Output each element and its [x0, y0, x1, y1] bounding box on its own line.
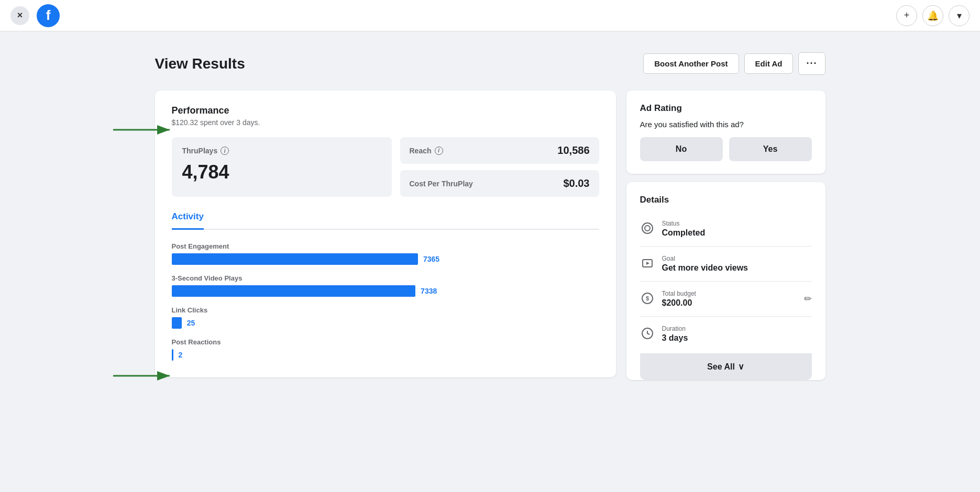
- close-button[interactable]: ×: [10, 6, 29, 25]
- header-actions: Boost Another Post Edit Ad ···: [643, 52, 825, 75]
- more-options-button[interactable]: ···: [798, 52, 825, 75]
- goal-label: Goal: [662, 255, 812, 262]
- svg-point-5: [645, 226, 650, 231]
- cost-value: $0.03: [563, 177, 589, 189]
- goal-value: Get more video views: [662, 263, 812, 273]
- see-all-button[interactable]: See All ∨: [640, 353, 812, 380]
- details-title: Details: [640, 195, 812, 205]
- duration-label: Duration: [662, 325, 812, 332]
- boost-another-post-button[interactable]: Boost Another Post: [643, 53, 739, 74]
- duration-icon: [640, 326, 655, 341]
- budget-edit-icon[interactable]: ✏: [804, 293, 812, 305]
- performance-title: Performance: [172, 105, 599, 116]
- goal-row: Goal Get more video views: [640, 247, 812, 282]
- ad-rating-question: Are you satisfied with this ad?: [640, 120, 812, 129]
- yes-button[interactable]: Yes: [729, 137, 812, 161]
- duration-value: 3 days: [662, 333, 812, 343]
- bar-fill: [172, 349, 173, 361]
- bar-label: Post Reactions: [172, 338, 599, 346]
- performance-subtitle: $120.32 spent over 3 days.: [172, 118, 599, 127]
- metrics-row: ThruPlays i 4,784 Reach i 10,586 Cost: [172, 137, 599, 197]
- thruplay-info-icon[interactable]: i: [221, 147, 229, 155]
- bar-row: 7338: [172, 285, 599, 297]
- page-title: View Results: [155, 55, 245, 72]
- topbar-right: + 🔔 ▾: [896, 5, 970, 26]
- status-value: Completed: [662, 228, 812, 238]
- ad-rating-card: Ad Rating Are you satisfied with this ad…: [626, 91, 825, 174]
- rating-buttons: No Yes: [640, 137, 812, 161]
- notifications-button[interactable]: 🔔: [922, 5, 943, 26]
- bar-row: 7365: [172, 253, 599, 265]
- account-dropdown-button[interactable]: ▾: [949, 5, 970, 26]
- bar-item: Link Clicks25: [172, 306, 599, 329]
- topbar: × f + 🔔 ▾: [0, 0, 980, 31]
- svg-text:$: $: [645, 295, 648, 301]
- duration-row: Duration 3 days: [640, 317, 812, 351]
- status-content: Status Completed: [662, 220, 812, 238]
- edit-ad-button[interactable]: Edit Ad: [744, 53, 794, 74]
- svg-point-4: [642, 223, 653, 233]
- bar-row: 25: [172, 317, 599, 329]
- header-row: View Results Boost Another Post Edit Ad …: [155, 52, 825, 75]
- see-all-label: See All: [707, 362, 735, 372]
- status-label: Status: [662, 220, 812, 227]
- status-icon: [640, 221, 655, 236]
- bar-value: 2: [179, 351, 183, 359]
- ad-rating-title: Ad Rating: [640, 103, 812, 114]
- arrow-annotation-bottom: [113, 368, 176, 384]
- no-button[interactable]: No: [640, 137, 723, 161]
- reach-info-icon[interactable]: i: [435, 147, 443, 155]
- activity-tab-container: Activity: [172, 211, 599, 230]
- bar-value: 25: [187, 319, 195, 327]
- bar-item: 3-Second Video Plays7338: [172, 274, 599, 297]
- status-row: Status Completed: [640, 211, 812, 247]
- bar-row: 2: [172, 349, 599, 361]
- bar-chart: Post Engagement73653-Second Video Plays7…: [172, 242, 599, 361]
- chevron-down-icon: ∨: [738, 362, 744, 372]
- cost-label: Cost Per ThruPlay: [410, 180, 473, 188]
- left-panel: Performance $120.32 spent over 3 days. T…: [155, 91, 616, 377]
- svg-marker-7: [646, 262, 649, 265]
- budget-content: Total budget $200.00 ✏: [662, 290, 812, 308]
- bar-label: Post Engagement: [172, 242, 599, 250]
- thruplay-card: ThruPlays i 4,784: [172, 137, 392, 197]
- budget-icon: $: [640, 291, 655, 306]
- reach-row: Reach i 10,586: [400, 137, 599, 164]
- bar-fill: [172, 317, 182, 329]
- goal-content: Goal Get more video views: [662, 255, 812, 273]
- bar-value: 7365: [423, 255, 439, 263]
- bar-label: 3-Second Video Plays: [172, 274, 599, 282]
- budget-value: $200.00: [662, 298, 696, 308]
- bar-fill: [172, 285, 416, 297]
- bar-item: Post Engagement7365: [172, 242, 599, 265]
- right-panel: Ad Rating Are you satisfied with this ad…: [626, 91, 825, 380]
- thruplay-value: 4,784: [182, 161, 381, 183]
- main-content: View Results Boost Another Post Edit Ad …: [124, 31, 857, 401]
- facebook-logo: f: [37, 4, 60, 27]
- columns: Performance $120.32 spent over 3 days. T…: [155, 91, 825, 380]
- topbar-left: × f: [10, 4, 60, 27]
- bar-item: Post Reactions2: [172, 338, 599, 361]
- cost-row: Cost Per ThruPlay $0.03: [400, 170, 599, 197]
- duration-content: Duration 3 days: [662, 325, 812, 343]
- arrow-annotation-top: [113, 122, 176, 138]
- details-card: Details Status Completed: [626, 182, 825, 380]
- reach-label: Reach i: [410, 147, 443, 155]
- add-button[interactable]: +: [896, 5, 917, 26]
- goal-icon: [640, 256, 655, 271]
- bar-label: Link Clicks: [172, 306, 599, 314]
- svg-point-13: [647, 333, 648, 334]
- bar-fill: [172, 253, 418, 265]
- budget-row: $ Total budget $200.00 ✏: [640, 282, 812, 317]
- right-metrics: Reach i 10,586 Cost Per ThruPlay $0.03: [400, 137, 599, 197]
- reach-value: 10,586: [557, 144, 589, 156]
- thruplay-label: ThruPlays i: [182, 147, 381, 155]
- bar-value: 7338: [421, 287, 437, 295]
- budget-label: Total budget: [662, 290, 696, 297]
- activity-tab[interactable]: Activity: [172, 211, 204, 230]
